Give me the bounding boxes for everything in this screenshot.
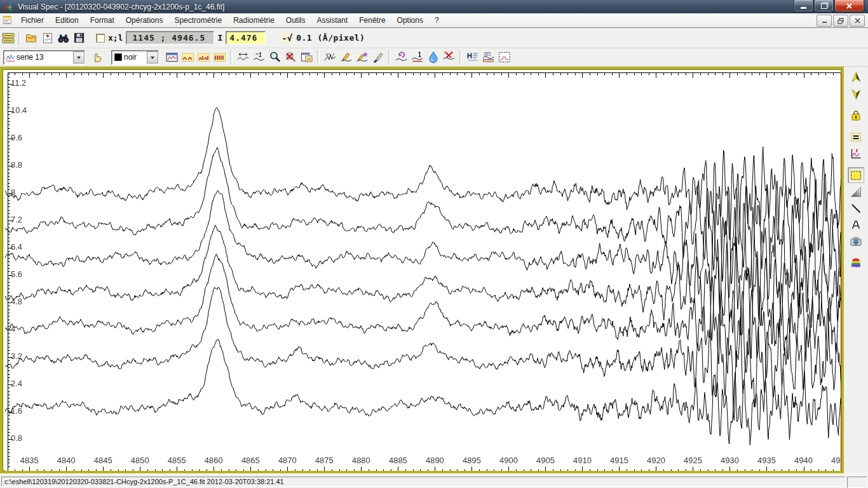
spectra-canvas[interactable]	[5, 72, 843, 473]
zoom-off-icon	[284, 51, 297, 64]
normalize-one-button[interactable]	[409, 50, 425, 65]
color-combo[interactable]: noir	[111, 50, 159, 65]
text-tool-button[interactable]	[848, 217, 864, 233]
toolbar-separator	[230, 50, 233, 64]
display-window-icon	[165, 51, 179, 64]
coordinate-value: 1145 ; 4946.5	[132, 33, 205, 43]
x-axis-label: 4850	[128, 456, 152, 465]
text-tool-icon	[850, 219, 862, 231]
continuum-a-button[interactable]	[180, 50, 196, 65]
save-floppy-button[interactable]	[71, 30, 87, 46]
menu-items: FichierEditionFormatOpérationsSpectromét…	[15, 14, 445, 27]
menu-item-outils[interactable]: Outils	[280, 14, 311, 27]
coordinate-field[interactable]: 1145 ; 4946.5	[126, 31, 214, 44]
status-extra-cell	[847, 477, 867, 488]
restore-button[interactable]	[814, 0, 834, 12]
series-combo[interactable]: serie 13	[3, 50, 85, 65]
open-folder-button[interactable]	[24, 30, 39, 46]
y-axis-label: 2.4	[11, 379, 22, 388]
lock-button[interactable]	[848, 107, 864, 123]
menu-item-fenetre[interactable]: Fenêtre	[353, 14, 391, 27]
x-axis-label: 4910	[570, 456, 594, 465]
element-lines-button[interactable]	[465, 50, 480, 65]
fit-horizontal-button[interactable]	[235, 50, 251, 65]
display-mode-button[interactable]	[0, 30, 16, 46]
main-toolbar-icons	[0, 30, 87, 46]
coord-checkbox[interactable]	[96, 34, 105, 43]
psf-profile-button[interactable]	[496, 50, 512, 65]
save-floppy-icon	[73, 32, 85, 44]
menu-item-radiometrie[interactable]: Radiométrie	[227, 14, 280, 27]
mdi-minimize-button[interactable]	[817, 15, 832, 27]
minimize-button[interactable]	[794, 0, 813, 12]
visual-spec-window: Visual Spec - [20120320-043902-chcyg-2x1…	[0, 0, 868, 488]
x-axis-label: 4835	[17, 456, 41, 465]
zoom-off-button[interactable]	[283, 50, 299, 65]
hand-pointer-button[interactable]	[89, 50, 105, 65]
close-button[interactable]	[834, 0, 864, 12]
edit-pencil-star-button[interactable]	[354, 50, 370, 65]
undo-curve-button[interactable]	[393, 50, 409, 65]
equals-button[interactable]	[848, 129, 864, 145]
document-icon	[2, 15, 13, 25]
continuum-b-button[interactable]	[196, 50, 212, 65]
copy-window-button[interactable]	[299, 50, 315, 65]
multi-curves-button[interactable]	[322, 50, 338, 65]
series-combo-arrow[interactable]	[73, 51, 85, 64]
selection-box-button[interactable]	[848, 167, 864, 183]
zoom-in-button[interactable]	[267, 50, 283, 65]
continuum-c-button[interactable]	[212, 50, 227, 65]
menu-item-fichier[interactable]: Fichier	[15, 14, 50, 27]
element-lines-icon	[466, 51, 479, 64]
menu-item-help[interactable]: ?	[429, 14, 445, 27]
x-axis-label: 4895	[459, 456, 484, 465]
line-tool-button[interactable]	[848, 200, 864, 216]
x-axis-label: 4915	[607, 456, 631, 465]
new-page-button[interactable]	[39, 30, 55, 46]
mdi-close-button[interactable]	[850, 15, 865, 27]
mdi-restore-button[interactable]	[833, 15, 848, 27]
binoculars-icon	[57, 32, 70, 44]
dispersion-radical-glyph: -√	[281, 33, 293, 43]
palette-rainbow-button[interactable]	[848, 255, 864, 271]
water-drop-button[interactable]	[425, 50, 441, 65]
menu-item-assistant[interactable]: Assistant	[311, 14, 354, 27]
fit-horizontal-icon	[236, 51, 250, 64]
edit-pencil-button[interactable]	[338, 50, 354, 65]
menu-item-operations[interactable]: Opérations	[120, 14, 169, 27]
arrow-down-icon	[849, 87, 863, 101]
y-axis-label: 6.4	[11, 243, 22, 252]
app-icon	[3, 2, 13, 12]
side-toolbar	[844, 67, 868, 473]
measure-ruler-button[interactable]	[480, 50, 496, 65]
display-window-button[interactable]	[164, 50, 180, 65]
continuum-b-icon	[197, 51, 210, 64]
cut-curve-button[interactable]	[441, 50, 457, 65]
arrow-down-button[interactable]	[848, 86, 864, 102]
y-axis-label: 9.6	[11, 133, 22, 142]
menu-item-spectrometrie[interactable]: Spectrométrie	[168, 14, 227, 27]
gradient-fill-button[interactable]	[848, 184, 864, 200]
paint-brush-button[interactable]	[370, 50, 386, 65]
fit-vertical-button[interactable]	[251, 50, 267, 65]
close-icon	[846, 3, 853, 10]
y-axis-label: 1.6	[11, 407, 22, 416]
x-axis-label: 4920	[644, 456, 668, 465]
toolbar-separator	[317, 50, 320, 64]
intensity-field[interactable]: 4.476	[226, 31, 266, 44]
undo-curve-icon	[395, 51, 408, 64]
series-toolbar-icons	[164, 50, 512, 65]
chart-compare-button[interactable]	[848, 146, 864, 161]
color-combo-arrow[interactable]	[147, 51, 158, 64]
binoculars-button[interactable]	[55, 30, 71, 46]
status-text: c:\eshell\120319\20120320-033821-CHcyg-2…	[4, 478, 284, 485]
menu-item-format[interactable]: Format	[85, 14, 120, 27]
arrow-up-button[interactable]	[848, 69, 864, 85]
menu-item-options[interactable]: Options	[391, 14, 429, 27]
camera-button[interactable]	[848, 233, 864, 249]
menu-item-edition[interactable]: Edition	[50, 14, 85, 27]
y-axis-label: 4	[11, 325, 15, 334]
edit-pencil-icon	[339, 51, 353, 64]
toolbar-separator	[18, 31, 21, 45]
x-axis-label: 4875	[312, 456, 336, 465]
